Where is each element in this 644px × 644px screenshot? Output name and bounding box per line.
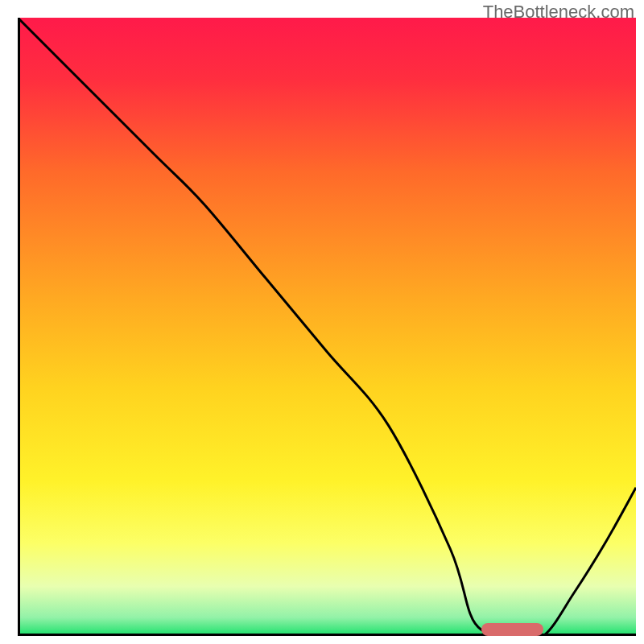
watermark-text: TheBottleneck.com — [483, 2, 634, 23]
optimal-range-marker — [481, 623, 543, 636]
bottleneck-chart — [18, 18, 636, 636]
chart-svg — [18, 18, 636, 636]
